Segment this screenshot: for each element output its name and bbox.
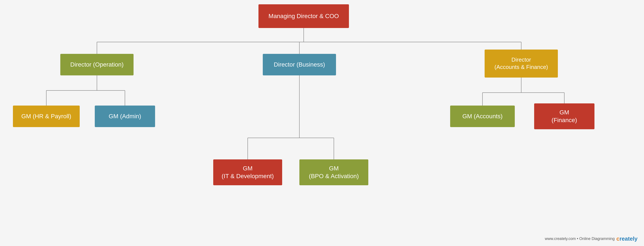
node-managing-director: Managing Director & COO <box>258 4 349 28</box>
node-gm-bpo: GM(BPO & Activation) <box>300 160 368 185</box>
node-gm-it: GM(IT & Development) <box>213 160 282 185</box>
node-gm-accounts: GM (Accounts) <box>450 106 515 127</box>
node-gm-hr: GM (HR & Payroll) <box>13 106 80 127</box>
watermark: www.creately.com • Online Diagramming cr… <box>545 236 638 242</box>
org-chart: Managing Director & COO Director (Operat… <box>0 0 644 246</box>
watermark-text: www.creately.com • Online Diagramming <box>545 236 615 241</box>
node-director-operation: Director (Operation) <box>60 54 134 76</box>
node-director-business: Director (Business) <box>263 54 336 76</box>
node-gm-admin: GM (Admin) <box>95 106 155 127</box>
watermark-logo: creately <box>616 236 638 242</box>
node-director-finance: Director(Accounts & Finance) <box>484 50 558 78</box>
node-gm-finance: GM(Finance) <box>534 104 594 129</box>
